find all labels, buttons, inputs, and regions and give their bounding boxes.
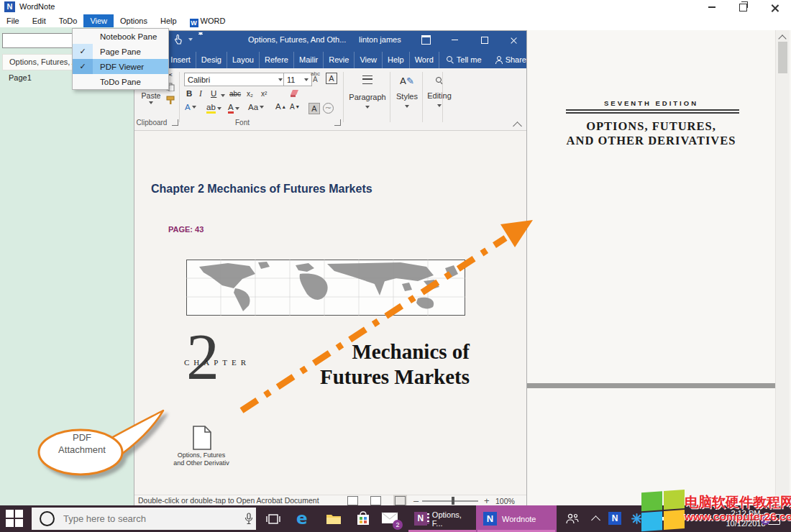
pdf-attachment-icon[interactable] — [192, 426, 212, 450]
shrink-font-button[interactable]: A▾ — [290, 103, 299, 111]
wordnote-restore-button[interactable] — [732, 1, 754, 13]
touch-mode-icon[interactable] — [173, 35, 183, 45]
wordnote-title: WordNote — [19, 2, 55, 11]
font-size-combo[interactable]: 11 — [283, 73, 312, 86]
taskbar-onenote-button[interactable]: N Options, F... — [407, 505, 479, 532]
underline-button[interactable]: U — [211, 89, 216, 98]
menu-help[interactable]: Help — [154, 14, 183, 27]
web-layout-button[interactable] — [395, 496, 406, 505]
tab-review[interactable]: Revie — [324, 52, 355, 68]
font-color-button[interactable]: A — [228, 103, 239, 114]
wordnote-app-icon: N — [4, 1, 15, 12]
text-effects-button[interactable]: A — [185, 103, 196, 111]
tab-help[interactable]: Help — [383, 52, 410, 68]
action-center-button[interactable]: 1 — [768, 514, 780, 525]
zoom-slider-thumb[interactable] — [452, 497, 454, 505]
word-restore-button[interactable] — [475, 34, 494, 46]
strikethrough-button[interactable]: abc — [229, 90, 241, 98]
tell-me-box[interactable]: Tell me — [439, 52, 488, 68]
check-gutter — [73, 74, 93, 89]
menu-options[interactable]: Options — [114, 14, 154, 27]
tab-design[interactable]: Desig — [196, 52, 227, 68]
menu-item-pdf-viewer[interactable]: ✓ PDF Viewer — [73, 59, 168, 74]
tab-word[interactable]: Word — [410, 52, 439, 68]
shading-button[interactable]: A — [308, 103, 320, 114]
start-button[interactable] — [6, 510, 24, 528]
menu-word[interactable]: WWORD — [183, 14, 232, 27]
ribbon-display-options-button[interactable] — [416, 34, 435, 46]
word-account-name[interactable]: linton james — [359, 35, 401, 44]
tab-view[interactable]: View — [355, 52, 383, 68]
zoom-in-button[interactable]: + — [484, 495, 490, 506]
menu-item-todo-pane[interactable]: ToDo Pane — [73, 74, 168, 89]
pdf-scrollbar[interactable] — [775, 30, 790, 505]
underline-dropdown-icon[interactable] — [221, 94, 225, 97]
wordnote-close-button[interactable] — [764, 1, 785, 13]
menu-todo[interactable]: ToDo — [52, 14, 84, 27]
people-button[interactable] — [565, 513, 580, 524]
paragraph-group-button[interactable]: Paragraph — [347, 74, 388, 109]
format-painter-button[interactable] — [166, 96, 175, 105]
change-case-button[interactable]: Aa — [248, 103, 264, 111]
enclose-characters-button[interactable]: ⁓ — [323, 103, 334, 114]
action-center-badge: 1 — [761, 515, 770, 525]
tab-mailings[interactable]: Mailir — [294, 52, 324, 68]
edge-browser-button[interactable]: e — [296, 509, 308, 528]
font-dialog-launcher[interactable] — [334, 119, 341, 126]
taskbar-wordnote-button[interactable]: N Wordnote — [476, 505, 557, 532]
collapse-ribbon-icon[interactable] — [513, 121, 522, 131]
menu-item-notebook-pane[interactable]: Notebook Pane — [73, 29, 168, 44]
character-border-button[interactable]: A — [326, 73, 337, 84]
clipboard-group-label: Clipboard — [134, 119, 169, 127]
microphone-icon[interactable] — [244, 513, 253, 525]
zoom-slider[interactable] — [422, 500, 478, 502]
menu-view[interactable]: View — [83, 14, 114, 27]
font-name-combo[interactable]: Calibri — [184, 73, 286, 86]
clipboard-dialog-launcher[interactable] — [172, 119, 178, 126]
tab-references[interactable]: Refere — [260, 52, 294, 68]
editing-group-button[interactable]: Editing — [425, 74, 454, 107]
italic-button[interactable]: I — [199, 89, 202, 98]
zoom-out-button[interactable]: – — [413, 495, 419, 506]
print-layout-button[interactable] — [370, 496, 381, 505]
tray-wordnote-icon[interactable]: N — [608, 512, 621, 525]
tab-layout[interactable]: Layou — [227, 52, 260, 68]
styles-icon: A✎ — [400, 75, 414, 86]
wordnote-minimize-button[interactable] — [701, 1, 723, 13]
ms-store-button[interactable] — [356, 511, 370, 526]
zoom-percentage[interactable]: 100% — [495, 497, 515, 505]
tray-settings-sync-icon[interactable] — [631, 513, 642, 524]
word-minimize-button[interactable] — [445, 34, 464, 46]
word-document-canvas[interactable]: Chapter 2 Mechanics of Futures Markets P… — [134, 131, 526, 495]
superscript-button[interactable]: x² — [261, 90, 267, 98]
pdf-page-separator — [527, 383, 775, 388]
tab-insert[interactable]: Insert — [165, 52, 196, 68]
volume-icon[interactable] — [662, 514, 673, 523]
search-input[interactable] — [62, 513, 223, 525]
qat-customize-icon[interactable] — [198, 34, 203, 45]
read-mode-button[interactable] — [347, 496, 358, 505]
menu-file[interactable]: File — [0, 14, 26, 27]
sidebar-page-item[interactable]: Page1 — [9, 73, 32, 82]
phonetic-guide-button[interactable]: abcA — [311, 71, 320, 83]
word-close-button[interactable] — [504, 34, 523, 46]
share-button[interactable]: Share — [488, 52, 532, 68]
language-indicator[interactable]: ENG — [679, 513, 695, 522]
callout-text: PDF Attachment — [39, 431, 125, 456]
menu-item-page-pane[interactable]: ✓ Page Pane — [73, 44, 168, 59]
file-explorer-button[interactable] — [326, 513, 342, 525]
word-document-title: Options, Futures, And Oth... — [248, 35, 346, 44]
taskbar-search[interactable] — [32, 508, 256, 530]
highlight-button[interactable]: ab — [206, 103, 221, 114]
menu-edit[interactable]: Edit — [26, 14, 52, 27]
clear-formatting-icon[interactable] — [290, 88, 300, 98]
scrollbar-thumb[interactable] — [778, 42, 787, 73]
task-view-button[interactable] — [266, 513, 280, 525]
subscript-button[interactable]: x₂ — [247, 90, 253, 98]
bold-button[interactable]: B — [186, 89, 192, 98]
touch-mode-dropdown-icon[interactable] — [188, 38, 193, 41]
styles-group-button[interactable]: A✎ Styles — [393, 74, 421, 108]
tray-overflow-chevron[interactable] — [591, 515, 600, 525]
grow-font-button[interactable]: A▴ — [275, 102, 285, 111]
mail-button[interactable]: 2 — [381, 512, 398, 527]
